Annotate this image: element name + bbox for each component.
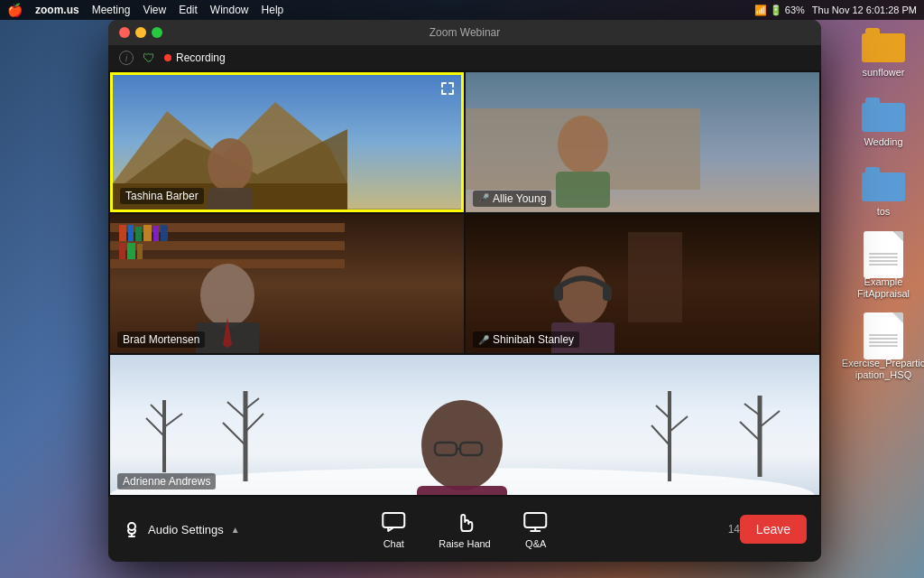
svg-rect-14	[119, 225, 126, 241]
video-grid: Tashina Barber	[108, 70, 821, 497]
chat-svg	[381, 511, 406, 533]
chevron-up-icon: ▲	[231, 525, 240, 535]
audio-settings[interactable]: Audio Settings ▲	[123, 520, 240, 538]
svg-point-4	[208, 138, 253, 192]
muted-icon-allie: 🎤	[478, 193, 489, 203]
desktop-icon-exercise[interactable]: Exercise_Prepartic ipation_HSQ	[852, 318, 915, 381]
video-tile-allie: 🎤 Allie Young	[466, 72, 819, 212]
qa-label: Q&A	[525, 538, 546, 549]
toolbar-center: Chat Raise Hand	[377, 509, 551, 549]
app-name[interactable]: zoom.us	[35, 4, 79, 16]
info-button[interactable]: i	[119, 51, 134, 65]
desktop-icon-sunflower[interactable]: sunflower	[852, 27, 915, 79]
participant-label-allie: 🎤 Allie Young	[473, 191, 551, 207]
icon-label-fitappraisal: Example FitAppraisal	[852, 276, 915, 300]
title-bar: Zoom Webinar	[108, 20, 821, 45]
chat-label: Chat	[383, 538, 404, 549]
participant-label-shinibah: 🎤 Shinibah Stanley	[473, 331, 579, 348]
recording-label: Recording	[176, 51, 226, 64]
close-button[interactable]	[119, 27, 130, 38]
video-tile-tashina: Tashina Barber	[110, 72, 464, 212]
desktop-icon-tos[interactable]: tos	[852, 166, 915, 218]
participant-label-adrienne: Adrienne Andrews	[117, 473, 216, 489]
audio-icon	[123, 520, 141, 538]
svg-rect-5	[208, 188, 253, 210]
recording-dot	[164, 54, 171, 61]
svg-rect-18	[153, 226, 159, 241]
svg-point-51	[421, 400, 503, 490]
svg-rect-27	[628, 232, 682, 322]
menu-help[interactable]: Help	[262, 4, 284, 16]
svg-rect-60	[525, 513, 547, 527]
svg-rect-12	[110, 241, 345, 250]
qa-svg	[523, 511, 549, 533]
icon-label-sunflower: sunflower	[862, 67, 904, 79]
desktop-icon-fitappraisal[interactable]: Example FitAppraisal	[852, 237, 915, 300]
adrienne-bg-svg	[110, 355, 819, 495]
svg-rect-19	[161, 225, 168, 241]
menu-bar: 🍎 zoom.us Meeting View Edit Window Help …	[0, 0, 924, 20]
icon-label-wedding: Wedding	[864, 136, 902, 148]
menu-edit[interactable]: Edit	[179, 4, 198, 16]
participant-name-tashina: Tashina Barber	[125, 190, 199, 202]
icon-label-exercise: Exercise_Prepartic ipation_HSQ	[842, 358, 924, 381]
svg-rect-59	[383, 513, 404, 527]
fullscreen-button[interactable]	[441, 82, 454, 98]
desktop-icons-container: sunflower Wedding tos	[852, 27, 915, 381]
video-tile-adrienne: Adrienne Andrews	[110, 355, 819, 495]
svg-point-56	[128, 523, 135, 530]
zoom-window: Zoom Webinar i 🛡 Recording	[108, 20, 821, 562]
participant-label-brad: Brad Mortensen	[117, 331, 205, 348]
apple-menu[interactable]: 🍎	[7, 3, 23, 17]
svg-point-23	[200, 264, 254, 327]
svg-rect-16	[135, 227, 142, 241]
menu-meeting[interactable]: Meeting	[92, 4, 131, 16]
participant-name-adrienne: Adrienne Andrews	[123, 475, 210, 488]
leave-button[interactable]: Leave	[740, 515, 807, 544]
svg-rect-21	[127, 243, 135, 259]
controls-bar: i 🛡 Recording	[108, 45, 821, 70]
minimize-button[interactable]	[135, 27, 146, 38]
menu-view[interactable]: View	[143, 4, 166, 16]
participant-name-allie: Allie Young	[493, 192, 546, 205]
svg-rect-55	[417, 486, 507, 495]
window-title: Zoom Webinar	[430, 26, 500, 39]
muted-icon-shinibah: 🎤	[478, 335, 489, 345]
menu-status-icons: 📶 🔋 63%	[754, 5, 805, 16]
svg-rect-15	[128, 225, 134, 241]
svg-rect-22	[137, 244, 143, 259]
chat-button[interactable]: Chat	[377, 509, 410, 549]
fullscreen-icon	[441, 82, 454, 95]
recording-badge: Recording	[164, 51, 226, 64]
svg-rect-30	[603, 286, 612, 301]
video-tile-shinibah: 🎤 Shinibah Stanley	[466, 214, 819, 354]
maximize-button[interactable]	[152, 27, 162, 38]
video-tile-brad: Brad Mortensen	[110, 214, 464, 354]
menu-time: Thu Nov 12 6:01:28 PM	[812, 5, 917, 15]
svg-rect-29	[554, 286, 563, 301]
participant-label-tashina: Tashina Barber	[120, 188, 204, 204]
menu-window[interactable]: Window	[210, 4, 249, 16]
qa-icon	[520, 509, 552, 535]
traffic-lights	[119, 27, 162, 38]
icon-label-tos: tos	[877, 206, 891, 218]
participant-count: 14	[728, 523, 740, 536]
raise-hand-label: Raise Hand	[439, 538, 490, 549]
raise-hand-button[interactable]: Raise Hand	[439, 509, 490, 549]
shield-icon: 🛡	[143, 51, 155, 65]
raise-hand-icon	[448, 509, 481, 535]
svg-point-28	[558, 266, 608, 324]
chat-icon	[377, 509, 410, 535]
participant-name-brad: Brad Mortensen	[123, 333, 199, 346]
audio-settings-label: Audio Settings	[148, 523, 224, 536]
svg-rect-9	[556, 172, 610, 208]
svg-rect-17	[143, 225, 152, 241]
participant-name-shinibah: Shinibah Stanley	[493, 333, 574, 346]
bottom-toolbar: Audio Settings ▲ Chat	[108, 497, 821, 562]
qa-button[interactable]: Q&A	[520, 509, 552, 549]
desktop-icon-wedding[interactable]: Wedding	[852, 97, 915, 148]
svg-point-8	[558, 116, 608, 173]
raise-hand-svg	[454, 509, 476, 535]
svg-rect-20	[119, 243, 125, 259]
